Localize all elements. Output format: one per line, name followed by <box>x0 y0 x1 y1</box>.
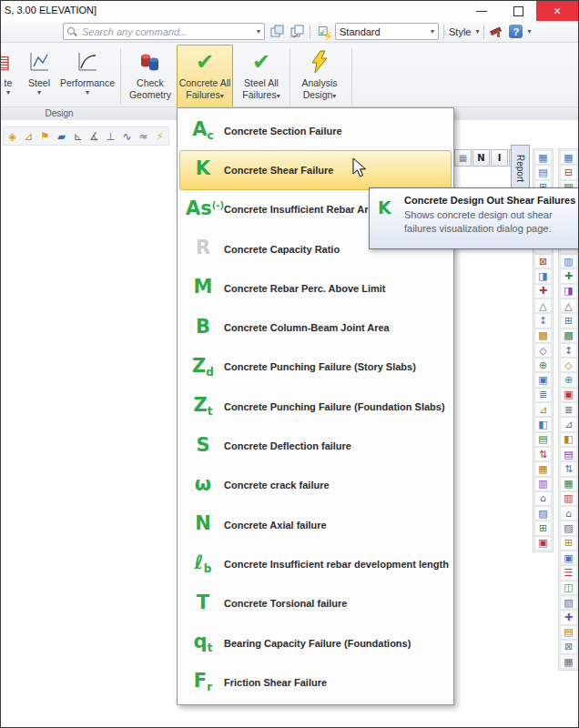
toolbar-icon[interactable]: ▨ <box>534 506 552 521</box>
ribbon-button-check-geometry[interactable]: Check Geometry <box>125 45 176 107</box>
toolbar-icon[interactable]: ▧ <box>560 595 577 610</box>
ribbon-button-analysis-design[interactable]: Analysis Design▾ <box>292 45 347 107</box>
menu-item-concrete-punching-failure-story-slabs[interactable]: Zd Concrete Punching Failure (Story Slab… <box>179 348 452 387</box>
toolbar-icon[interactable]: ⊟ <box>560 165 577 179</box>
toolbar-icon[interactable]: ▦ <box>560 150 577 165</box>
maximize-button[interactable] <box>500 1 536 21</box>
search-caret-icon[interactable]: ▾ <box>257 28 260 35</box>
toolbar-button[interactable]: ▦ <box>454 149 472 167</box>
toolbar-icon[interactable]: ⊞ <box>560 536 577 551</box>
toolbar-icon[interactable]: ✚ <box>534 284 552 298</box>
toolbar-icon[interactable]: ⊞ <box>534 521 552 535</box>
help-icon[interactable]: ? <box>509 25 523 38</box>
toolbar-icon[interactable]: ⚑ <box>37 128 53 144</box>
toolbar-icon[interactable]: ⇅ <box>534 447 552 461</box>
close-button[interactable]: × <box>536 1 578 21</box>
toolbar-icon[interactable]: ↕ <box>560 343 577 358</box>
menu-item-concrete-shear-failure[interactable]: K Concrete Shear Failure <box>179 150 452 189</box>
toolbar-icon[interactable]: ◧ <box>534 417 552 431</box>
toolbar-icon[interactable]: ◇ <box>560 358 577 372</box>
toolbar-icon[interactable]: ⊠ <box>560 640 577 654</box>
check-run-icon[interactable]: ☑ ⚡ <box>315 24 330 39</box>
toolbar-icon[interactable]: ▣ <box>534 536 552 551</box>
toolbar-button[interactable]: N <box>472 149 490 167</box>
toolbar-icon[interactable]: ∿ <box>119 128 135 144</box>
toolbar-button[interactable]: I <box>491 149 508 167</box>
ribbon-button-steel-all-failures[interactable]: ✔ Steel All Failures▾ <box>235 45 288 107</box>
toolbar-icon[interactable]: ⊥ <box>103 128 118 144</box>
toolbar-icon[interactable]: ⊠ <box>534 254 552 268</box>
toolbar-icon[interactable]: ▤ <box>534 165 552 179</box>
menu-item-concrete-deflection-failure[interactable]: S Concrete Deflection failure <box>179 426 452 465</box>
style-label[interactable]: Style <box>449 26 471 37</box>
toolbar-icon[interactable]: ⊿ <box>560 417 577 431</box>
toolbar-icon[interactable]: ☰ <box>560 565 577 580</box>
toolbar-icon[interactable]: ▩ <box>534 329 552 343</box>
help-caret-icon[interactable]: ▾ <box>527 28 531 35</box>
toolbar-icon[interactable]: ▣ <box>534 372 552 387</box>
toolbar-icon[interactable]: ⊕ <box>560 372 577 387</box>
ribbon-button-concrete[interactable]: ▤ te ▾ <box>0 45 21 107</box>
menu-item-concrete-column-beam-joint-area[interactable]: B Concrete Column-Beam Joint Area <box>179 308 452 347</box>
toolbar-icon[interactable]: ▦ <box>534 150 552 165</box>
layer-pages-icon[interactable] <box>269 24 285 39</box>
toolbar-icon[interactable]: ≣ <box>560 402 577 417</box>
toolbar-icon[interactable]: ▥ <box>560 491 577 506</box>
toolbar-icon[interactable]: ▥ <box>560 254 577 268</box>
toolbar-icon[interactable]: ⚡ <box>152 128 168 144</box>
toolbar-icon[interactable]: ▤ <box>560 447 577 461</box>
toolbar-icon[interactable]: ▦ <box>560 654 577 669</box>
toolbar-icon[interactable]: ⌂ <box>534 491 552 506</box>
toolbar-icon[interactable]: ◧ <box>560 432 577 447</box>
standard-combo[interactable]: Standard ▾ <box>335 23 439 40</box>
toolbar-icon[interactable]: ⌂ <box>560 506 577 521</box>
toolbar-icon[interactable]: ▰ <box>54 128 69 144</box>
minimize-button[interactable]: — <box>463 1 500 21</box>
toolbar-icon[interactable]: ▩ <box>560 329 577 343</box>
layer-copy-icon[interactable] <box>290 24 305 39</box>
toolbar-icon[interactable]: ∡ <box>86 128 102 144</box>
toolbar-icon[interactable]: ⇅ <box>560 461 577 476</box>
toolbar-icon[interactable]: ▥ <box>534 477 552 491</box>
menu-item-concrete-rebar-perc-above-limit[interactable]: M Concrete Rebar Perc. Above Limit <box>179 268 452 308</box>
toolbar-icon[interactable]: ⊾ <box>70 128 86 144</box>
toolbar-icon[interactable]: ≈ <box>136 128 151 144</box>
toolbar-icon[interactable]: ◇ <box>534 343 552 358</box>
toolbar-icon[interactable]: ◈ <box>5 128 20 144</box>
menu-item-concrete-insufficient-rebar-development-length[interactable]: ℓb Concrete Insufficient rebar developme… <box>179 544 452 583</box>
toolbar-icon[interactable]: ↕ <box>534 313 552 328</box>
toolbar-icon[interactable]: ✚ <box>560 610 577 624</box>
menu-item-concrete-axial-failure[interactable]: N Concrete Axial failure <box>179 505 452 544</box>
toolbar-icon[interactable]: ◨ <box>534 268 552 283</box>
toolbar-icon[interactable]: ⊞ <box>560 313 577 328</box>
menu-item-friction-shear-failure[interactable]: Fr Friction Shear Failure <box>179 662 452 702</box>
menu-item-concrete-crack-failure[interactable]: ω Concrete crack failure <box>179 466 452 505</box>
toolbar-icon[interactable]: ≣ <box>534 388 552 402</box>
toolbar-icon[interactable]: ⊕ <box>534 358 552 372</box>
toolbar-icon[interactable]: ▤ <box>534 432 552 447</box>
toolbar-icon[interactable]: ⊿ <box>534 402 552 417</box>
drawing-area[interactable]: ◈⊿⚑▰⊾∡⊥∿≈⚡ ▦NIV Report ▦▤⊞▥◫▧☰⊠◨✚△↕▩◇⊕▣≣… <box>1 120 578 727</box>
toolbar-icon[interactable]: ▣ <box>560 388 577 402</box>
toolbar-icon[interactable]: △ <box>560 298 577 313</box>
toolbar-icon[interactable]: ▣ <box>560 551 577 565</box>
ribbon-button-concrete-all-failures[interactable]: ✔ Concrete All Failures▾ <box>177 45 233 109</box>
command-search-box[interactable]: ▾ <box>63 23 265 40</box>
toolbar-icon[interactable]: ▤ <box>560 625 577 640</box>
menu-item-concrete-torsional-failure[interactable]: T Concrete Torsional failure <box>179 584 452 623</box>
menu-item-concrete-section-failure[interactable]: Ac Concrete Section Failure <box>179 111 452 150</box>
command-search-input[interactable] <box>80 25 253 38</box>
report-tab[interactable]: Report <box>511 145 530 192</box>
menu-item-bearing-capacity-failure-foundations[interactable]: qt Bearing Capacity Failure (Foundations… <box>179 623 452 662</box>
toolbar-icon[interactable]: ⊿ <box>21 128 36 144</box>
toolbar-icon[interactable]: △ <box>534 298 552 313</box>
menu-item-concrete-punching-failure-foundation-slabs[interactable]: Zt Concrete Punching Failure (Foundation… <box>179 387 452 426</box>
ribbon-button-steel[interactable]: Steel ▾ <box>23 45 56 107</box>
ribbon-button-performance[interactable]: Performance ▾ <box>57 45 117 107</box>
toolbar-icon[interactable]: ▦ <box>560 477 577 491</box>
toolbar-icon[interactable]: ✚ <box>560 268 577 283</box>
format-painter-icon[interactable] <box>489 24 504 39</box>
toolbar-icon[interactable]: ◨ <box>560 284 577 298</box>
toolbar-icon[interactable]: ▦ <box>534 461 552 476</box>
toolbar-icon[interactable]: ◫ <box>560 581 577 595</box>
